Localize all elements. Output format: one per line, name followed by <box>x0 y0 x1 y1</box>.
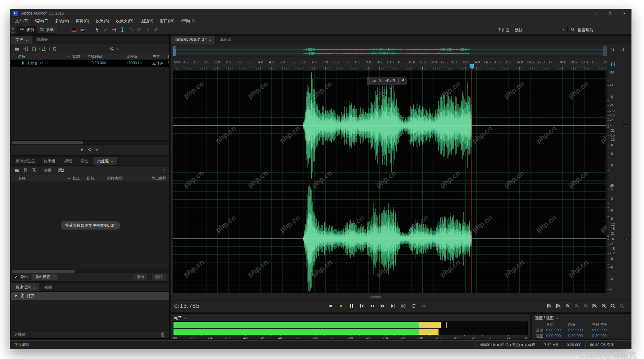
hud-drag-handle[interactable] <box>367 77 370 85</box>
timeline-ruler[interactable]: hms 0.51.01.52.02.53.03.54.04.55.05.56.0… <box>173 60 606 70</box>
zoom-out-horizontal-button[interactable] <box>573 302 581 310</box>
overview-navigator[interactable] <box>173 46 606 56</box>
panel-menu-icon[interactable]: ≡ <box>556 316 558 320</box>
paintbrush-selection-tool[interactable] <box>143 26 152 34</box>
tab-video[interactable]: 视频 <box>40 283 56 291</box>
auto-play-speaker-icon[interactable] <box>94 147 101 153</box>
tab-properties[interactable]: 属性 <box>76 157 93 165</box>
view-end[interactable]: 0:20.000 <box>568 334 583 338</box>
search-help-input[interactable]: 搜索帮助 <box>578 27 593 33</box>
panel-menu-icon[interactable]: ≡ <box>26 38 28 42</box>
column-1[interactable]: 状态 <box>72 54 80 59</box>
panel-menu-icon[interactable]: ≡ <box>33 286 35 289</box>
run-batch-button[interactable]: 运行 <box>151 274 166 280</box>
channel-R-badge[interactable]: R <box>623 237 628 241</box>
selection-end[interactable]: 0:00.000 <box>568 328 583 332</box>
panel-menu-icon[interactable]: ≡ <box>184 316 186 320</box>
tab-effects-rack[interactable]: 效果组 <box>39 157 60 165</box>
skip-selection-button[interactable] <box>420 302 428 310</box>
zoom-out-vertical-button[interactable] <box>555 302 562 310</box>
tab-editor[interactable]: 编辑器: 未命名 3 * ≡ <box>171 36 216 44</box>
lasso-selection-tool[interactable] <box>135 26 143 34</box>
files-search-dropdown-icon[interactable]: ▾ <box>117 48 118 50</box>
column-0[interactable]: 名称 <box>18 176 26 181</box>
overview-layout-icon[interactable] <box>619 47 624 53</box>
column-4[interactable]: 声道 <box>152 54 160 59</box>
selection-duration[interactable]: 0:00.000 <box>592 328 607 332</box>
stop-button[interactable] <box>327 302 335 310</box>
delete-file-icon[interactable] <box>51 46 59 52</box>
files-list[interactable]: 未命名 3 * 0:20.000 48000 Hz 立体声 32 <box>11 60 169 140</box>
sort-ascending-icon[interactable]: ▲ <box>68 177 70 180</box>
navigator-left-handle[interactable] <box>173 46 176 56</box>
batch-hscroll-thumb[interactable] <box>12 270 75 273</box>
waveform-display[interactable]: php.cnphp.cnphp.cnphp.cnphp.cnphp.cnphp.… <box>173 70 606 293</box>
export-file-icon[interactable] <box>40 46 48 52</box>
pause-button[interactable] <box>347 302 356 310</box>
sort-ascending-icon[interactable]: ▲ <box>68 55 70 58</box>
files-search-icon[interactable] <box>108 46 116 52</box>
razor-tool[interactable] <box>101 26 110 34</box>
overview-zoom-icon[interactable] <box>610 47 615 53</box>
zoom-in-point-button[interactable] <box>591 302 599 310</box>
play-button[interactable] <box>337 302 345 310</box>
column-1[interactable]: 状态 <box>72 176 80 181</box>
fast-forward-button[interactable] <box>378 302 387 310</box>
file-row[interactable]: 未命名 3 * 0:20.000 48000 Hz 立体声 32 <box>11 60 169 67</box>
favorites-dropdown-icon[interactable]: ▼ <box>163 169 165 172</box>
zoom-reset-button[interactable] <box>582 302 590 310</box>
zoom-in-horizontal-button[interactable] <box>564 302 572 310</box>
column-0[interactable]: 名称 <box>18 54 26 59</box>
marquee-selection-tool[interactable] <box>127 26 135 34</box>
tab-batch-process[interactable]: 批处理 ≡ <box>93 157 117 165</box>
skip-to-end-button[interactable] <box>389 302 397 310</box>
preview-play-icon[interactable] <box>78 147 86 153</box>
column-4[interactable]: 导出采样 <box>151 176 166 181</box>
zoom-selection-button[interactable] <box>609 302 617 310</box>
menu-文件(F)[interactable]: 文件(F) <box>12 18 32 24</box>
column-2[interactable]: 持续时间 <box>87 54 102 59</box>
export-checkbox[interactable]: ✓ <box>14 275 18 279</box>
amplitude-ruler[interactable]: dB-1-1-3-3-6-6-9-9-12-12-15-15-21-21- ∞L… <box>607 70 631 293</box>
batch-list[interactable]: 将受支持媒体文件拖放到此处 <box>11 181 169 269</box>
column-3[interactable]: 采样率 <box>127 54 138 59</box>
spot-healing-brush-tool[interactable] <box>152 26 160 34</box>
export-dropdown-icon[interactable]: ▾ <box>49 48 50 50</box>
open-folder-icon[interactable] <box>13 167 21 173</box>
tab-favorites[interactable]: 收藏夹 <box>32 36 52 44</box>
view-start[interactable]: 0:00.000 <box>546 334 561 338</box>
files-hscrollbar[interactable] <box>11 140 169 144</box>
files-hscroll-thumb[interactable] <box>12 141 83 144</box>
rewind-button[interactable] <box>368 302 376 310</box>
batch-column-headers[interactable]: 名称状态阶段采样类型导出采样▲ <box>11 175 169 181</box>
zoom-out-point-button[interactable] <box>600 302 608 310</box>
workspace-value[interactable]: 默认 <box>515 27 523 33</box>
batch-hscrollbar[interactable] <box>11 269 169 273</box>
gain-knob-icon[interactable] <box>378 78 383 84</box>
show-spectral-display-button[interactable] <box>70 27 78 33</box>
column-2[interactable]: 阶段 <box>87 176 94 181</box>
minimize-button[interactable]: – <box>589 9 603 17</box>
tab-media-browser[interactable]: 媒体浏览器 <box>11 157 39 165</box>
panel-resize-handle[interactable] <box>370 296 381 298</box>
tab-files[interactable]: 文件 ≡ <box>11 36 32 44</box>
waveform-view-button[interactable]: 波形 <box>17 26 37 34</box>
menu-多轨(M)[interactable]: 多轨(M) <box>52 18 72 24</box>
close-button[interactable]: × <box>617 9 631 17</box>
new-file-dropdown-icon[interactable]: ▾ <box>39 48 40 50</box>
export-settings-button[interactable]: 导出设置 ... <box>32 274 58 280</box>
undo-batch-button[interactable]: 撤销 <box>133 274 148 280</box>
remove-item-icon[interactable] <box>22 167 29 173</box>
workspace-dropdown-icon[interactable]: ▼ <box>562 28 565 31</box>
menu-剪辑(C)[interactable]: 剪辑(C) <box>72 18 92 24</box>
import-file-icon[interactable] <box>22 46 29 52</box>
preview-loop-icon[interactable] <box>86 147 94 153</box>
time-selection-tool[interactable] <box>118 26 127 34</box>
menu-视图(V)[interactable]: 视图(V) <box>137 18 157 24</box>
column-3[interactable]: 采样类型 <box>107 176 122 181</box>
channel-L-badge[interactable]: L <box>623 123 628 128</box>
tab-markers[interactable]: 标记 <box>60 157 76 165</box>
multitrack-view-button[interactable]: 多轨 <box>37 26 57 34</box>
clear-completed-icon[interactable] <box>30 167 38 173</box>
gain-hud[interactable]: +0 dB <box>367 77 407 85</box>
